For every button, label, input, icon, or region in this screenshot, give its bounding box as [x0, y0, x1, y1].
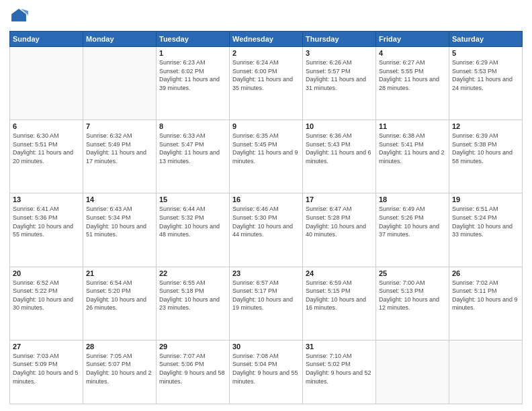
- calendar-cell: 5Sunrise: 6:29 AMSunset: 5:53 PMDaylight…: [449, 47, 523, 120]
- day-number: 26: [452, 269, 519, 277]
- day-info: Sunrise: 6:52 AMSunset: 5:22 PMDaylight:…: [13, 279, 80, 312]
- header: [9, 7, 523, 26]
- calendar-week-row: 27Sunrise: 7:03 AMSunset: 5:09 PMDayligh…: [10, 340, 523, 404]
- day-number: 29: [159, 342, 226, 351]
- day-info: Sunrise: 6:54 AMSunset: 5:20 PMDaylight:…: [86, 279, 153, 312]
- calendar-cell: 13Sunrise: 6:41 AMSunset: 5:36 PMDayligh…: [10, 193, 83, 267]
- day-number: 30: [232, 342, 300, 351]
- day-info: Sunrise: 7:08 AMSunset: 5:04 PMDaylight:…: [232, 352, 300, 385]
- calendar-cell: [376, 340, 449, 404]
- weekday-header: Monday: [83, 32, 157, 47]
- day-info: Sunrise: 6:29 AMSunset: 5:53 PMDaylight:…: [452, 58, 519, 92]
- calendar-cell: [449, 340, 523, 404]
- logo: [9, 7, 31, 26]
- day-number: 15: [159, 195, 226, 203]
- day-number: 11: [379, 122, 446, 130]
- calendar-cell: 27Sunrise: 7:03 AMSunset: 5:09 PMDayligh…: [10, 340, 83, 404]
- day-info: Sunrise: 6:26 AMSunset: 5:57 PMDaylight:…: [306, 58, 373, 92]
- day-number: 21: [86, 269, 153, 277]
- calendar-cell: 10Sunrise: 6:36 AMSunset: 5:43 PMDayligh…: [303, 120, 376, 193]
- calendar-cell: 3Sunrise: 6:26 AMSunset: 5:57 PMDaylight…: [303, 47, 376, 120]
- calendar-week-row: 13Sunrise: 6:41 AMSunset: 5:36 PMDayligh…: [10, 193, 523, 267]
- day-number: 9: [232, 122, 300, 130]
- calendar-cell: 31Sunrise: 7:10 AMSunset: 5:02 PMDayligh…: [303, 340, 376, 404]
- day-info: Sunrise: 6:51 AMSunset: 5:24 PMDaylight:…: [452, 205, 519, 238]
- day-number: 31: [306, 342, 373, 351]
- calendar-cell: 12Sunrise: 6:39 AMSunset: 5:38 PMDayligh…: [449, 120, 523, 193]
- day-info: Sunrise: 6:41 AMSunset: 5:36 PMDaylight:…: [13, 205, 80, 238]
- calendar-cell: 14Sunrise: 6:43 AMSunset: 5:34 PMDayligh…: [83, 193, 157, 267]
- calendar-cell: 17Sunrise: 6:47 AMSunset: 5:28 PMDayligh…: [303, 193, 376, 267]
- day-info: Sunrise: 6:24 AMSunset: 6:00 PMDaylight:…: [232, 58, 300, 92]
- calendar-cell: 19Sunrise: 6:51 AMSunset: 5:24 PMDayligh…: [449, 193, 523, 267]
- day-number: 16: [232, 195, 300, 203]
- calendar-week-row: 1Sunrise: 6:23 AMSunset: 6:02 PMDaylight…: [10, 47, 523, 120]
- calendar-cell: [10, 47, 83, 120]
- calendar-cell: 4Sunrise: 6:27 AMSunset: 5:55 PMDaylight…: [376, 47, 449, 120]
- day-number: 4: [379, 49, 446, 57]
- day-info: Sunrise: 6:46 AMSunset: 5:30 PMDaylight:…: [232, 205, 300, 238]
- calendar-cell: 29Sunrise: 7:07 AMSunset: 5:06 PMDayligh…: [157, 340, 230, 404]
- day-info: Sunrise: 6:39 AMSunset: 5:38 PMDaylight:…: [452, 132, 519, 165]
- day-info: Sunrise: 6:23 AMSunset: 6:02 PMDaylight:…: [159, 58, 226, 92]
- calendar-cell: 28Sunrise: 7:05 AMSunset: 5:07 PMDayligh…: [83, 340, 157, 404]
- day-info: Sunrise: 7:05 AMSunset: 5:07 PMDaylight:…: [86, 352, 153, 385]
- calendar-cell: [83, 47, 157, 120]
- day-number: 28: [86, 342, 153, 351]
- calendar-cell: 25Sunrise: 7:00 AMSunset: 5:13 PMDayligh…: [376, 267, 449, 340]
- day-number: 27: [13, 342, 80, 351]
- day-info: Sunrise: 6:35 AMSunset: 5:45 PMDaylight:…: [232, 132, 300, 165]
- calendar-cell: 6Sunrise: 6:30 AMSunset: 5:51 PMDaylight…: [10, 120, 83, 193]
- weekday-header: Friday: [376, 32, 449, 47]
- calendar-cell: 30Sunrise: 7:08 AMSunset: 5:04 PMDayligh…: [230, 340, 303, 404]
- day-info: Sunrise: 7:00 AMSunset: 5:13 PMDaylight:…: [379, 279, 446, 312]
- day-number: 6: [13, 122, 80, 130]
- day-info: Sunrise: 6:44 AMSunset: 5:32 PMDaylight:…: [159, 205, 226, 238]
- calendar-week-row: 6Sunrise: 6:30 AMSunset: 5:51 PMDaylight…: [10, 120, 523, 193]
- day-info: Sunrise: 7:10 AMSunset: 5:02 PMDaylight:…: [306, 352, 373, 385]
- day-number: 19: [452, 195, 519, 203]
- calendar-cell: 22Sunrise: 6:55 AMSunset: 5:18 PMDayligh…: [157, 267, 230, 340]
- day-info: Sunrise: 6:33 AMSunset: 5:47 PMDaylight:…: [159, 132, 226, 165]
- svg-rect-2: [11, 17, 26, 21]
- day-number: 13: [13, 195, 80, 203]
- day-number: 20: [13, 269, 80, 277]
- day-info: Sunrise: 6:49 AMSunset: 5:26 PMDaylight:…: [379, 205, 446, 238]
- calendar-cell: 9Sunrise: 6:35 AMSunset: 5:45 PMDaylight…: [230, 120, 303, 193]
- day-info: Sunrise: 6:57 AMSunset: 5:17 PMDaylight:…: [232, 279, 300, 312]
- day-info: Sunrise: 6:27 AMSunset: 5:55 PMDaylight:…: [379, 58, 446, 92]
- calendar-cell: 8Sunrise: 6:33 AMSunset: 5:47 PMDaylight…: [157, 120, 230, 193]
- day-number: 25: [379, 269, 446, 277]
- day-number: 12: [452, 122, 519, 130]
- day-info: Sunrise: 6:30 AMSunset: 5:51 PMDaylight:…: [13, 132, 80, 165]
- calendar-header-row: SundayMondayTuesdayWednesdayThursdayFrid…: [10, 32, 523, 47]
- day-number: 17: [306, 195, 373, 203]
- day-info: Sunrise: 7:07 AMSunset: 5:06 PMDaylight:…: [159, 352, 226, 385]
- calendar-cell: 2Sunrise: 6:24 AMSunset: 6:00 PMDaylight…: [230, 47, 303, 120]
- calendar-cell: 26Sunrise: 7:02 AMSunset: 5:11 PMDayligh…: [449, 267, 523, 340]
- calendar-cell: 21Sunrise: 6:54 AMSunset: 5:20 PMDayligh…: [83, 267, 157, 340]
- weekday-header: Sunday: [10, 32, 83, 47]
- day-number: 22: [159, 269, 226, 277]
- day-number: 3: [306, 49, 373, 57]
- day-number: 2: [232, 49, 300, 57]
- day-info: Sunrise: 6:38 AMSunset: 5:41 PMDaylight:…: [379, 132, 446, 165]
- calendar-cell: 1Sunrise: 6:23 AMSunset: 6:02 PMDaylight…: [157, 47, 230, 120]
- calendar-cell: 16Sunrise: 6:46 AMSunset: 5:30 PMDayligh…: [230, 193, 303, 267]
- calendar-cell: 24Sunrise: 6:59 AMSunset: 5:15 PMDayligh…: [303, 267, 376, 340]
- day-number: 10: [306, 122, 373, 130]
- calendar-week-row: 20Sunrise: 6:52 AMSunset: 5:22 PMDayligh…: [10, 267, 523, 340]
- day-info: Sunrise: 6:55 AMSunset: 5:18 PMDaylight:…: [159, 279, 226, 312]
- day-info: Sunrise: 7:02 AMSunset: 5:11 PMDaylight:…: [452, 279, 519, 312]
- weekday-header: Saturday: [449, 32, 523, 47]
- calendar-cell: 15Sunrise: 6:44 AMSunset: 5:32 PMDayligh…: [157, 193, 230, 267]
- logo-icon: [9, 7, 28, 26]
- weekday-header: Wednesday: [230, 32, 303, 47]
- day-number: 1: [159, 49, 226, 57]
- calendar-cell: 11Sunrise: 6:38 AMSunset: 5:41 PMDayligh…: [376, 120, 449, 193]
- weekday-header: Tuesday: [157, 32, 230, 47]
- day-info: Sunrise: 7:03 AMSunset: 5:09 PMDaylight:…: [13, 352, 80, 385]
- day-info: Sunrise: 6:43 AMSunset: 5:34 PMDaylight:…: [86, 205, 153, 238]
- day-info: Sunrise: 6:32 AMSunset: 5:49 PMDaylight:…: [86, 132, 153, 165]
- weekday-header: Thursday: [303, 32, 376, 47]
